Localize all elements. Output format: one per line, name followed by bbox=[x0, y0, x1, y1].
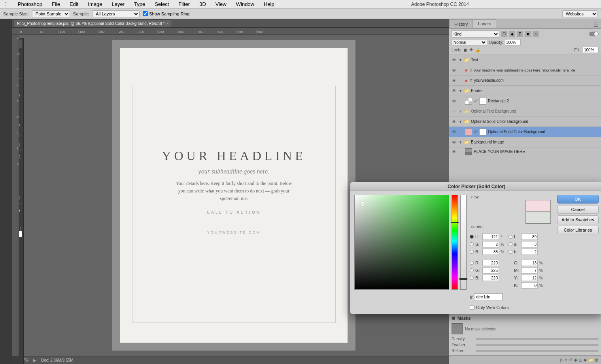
mask-icon[interactable]: ◻ bbox=[579, 358, 582, 362]
layer-solid-bg-group[interactable]: 👁 ▼ 📁 Optional Solid Color Background bbox=[449, 117, 601, 127]
menu-file[interactable]: File bbox=[50, 0, 62, 8]
cancel-button[interactable]: Cancel bbox=[557, 205, 599, 214]
radio-b3[interactable] bbox=[508, 250, 512, 254]
radio-r[interactable] bbox=[470, 261, 474, 265]
c-input[interactable] bbox=[521, 260, 538, 266]
b-input[interactable] bbox=[482, 249, 499, 255]
b3-input[interactable] bbox=[521, 249, 538, 255]
eye-icon[interactable]: 👁 bbox=[451, 88, 457, 94]
radio-l[interactable] bbox=[508, 235, 512, 239]
menu-view[interactable]: View bbox=[214, 0, 228, 8]
g-input[interactable] bbox=[482, 267, 499, 273]
workspace-select[interactable]: Websites bbox=[562, 10, 598, 17]
color-libraries-button[interactable]: Color Libraries bbox=[557, 226, 599, 234]
density-slider[interactable] bbox=[476, 338, 599, 340]
ok-button[interactable]: OK bbox=[557, 195, 599, 204]
refine-slider[interactable] bbox=[476, 350, 599, 352]
new-layer-icon[interactable]: ▷ bbox=[560, 358, 563, 362]
eye-icon[interactable]: 👁 bbox=[451, 67, 457, 74]
m-input[interactable] bbox=[521, 267, 538, 273]
radio-a[interactable] bbox=[508, 242, 512, 246]
h-input[interactable] bbox=[482, 234, 499, 240]
layer-border-group[interactable]: 👁 ▼ 📁 Border bbox=[449, 86, 601, 96]
group-icon[interactable]: 📁 bbox=[588, 358, 593, 362]
eye-icon[interactable]: 👁 bbox=[451, 77, 457, 84]
document-tab[interactable]: RTS_PhotoshopTemplate.psd @ 66.7% (Optio… bbox=[13, 19, 172, 27]
menu-photoshop[interactable]: Photoshop bbox=[16, 0, 44, 8]
l-input[interactable] bbox=[521, 234, 538, 240]
adjustment-icon[interactable]: ◆ bbox=[584, 358, 587, 362]
layer-bg-image-group[interactable]: 👁 ▼ 📁 Background Image bbox=[449, 137, 601, 147]
s-input[interactable] bbox=[482, 241, 499, 247]
sample-layers-select[interactable]: All Layers bbox=[92, 10, 140, 17]
radio-b2[interactable] bbox=[470, 276, 474, 280]
radio-s[interactable] bbox=[470, 242, 474, 246]
menu-image[interactable]: Image bbox=[86, 0, 104, 8]
show-ring-checkbox[interactable] bbox=[143, 11, 148, 16]
eye-icon[interactable]: 👁 bbox=[451, 57, 457, 63]
menu-select[interactable]: Select bbox=[153, 0, 170, 8]
r-input[interactable] bbox=[482, 260, 499, 266]
tab-close[interactable]: × bbox=[166, 21, 169, 26]
layer-solid-bg-fill[interactable]: 👁 ☍ Optional Solid Color Background bbox=[449, 127, 601, 137]
filter-toggle[interactable] bbox=[589, 32, 599, 36]
eye-icon[interactable]: 👁 bbox=[451, 149, 457, 155]
menu-window[interactable]: Window bbox=[234, 0, 256, 8]
eye-icon[interactable]: 👁 bbox=[451, 108, 457, 115]
layer-style-icon[interactable]: ◆ bbox=[574, 358, 577, 362]
opacity-input[interactable] bbox=[505, 39, 521, 45]
layer-text-1[interactable]: 👁 ■ T your headline your subheadline goe… bbox=[449, 65, 601, 75]
menu-layer[interactable]: Layer bbox=[110, 0, 126, 8]
field-m: M: % bbox=[508, 267, 544, 273]
layers-tab[interactable]: Layers bbox=[473, 19, 496, 28]
eye-icon[interactable]: 👁 bbox=[451, 119, 457, 125]
hex-input[interactable] bbox=[474, 293, 503, 300]
color-gradient-picker[interactable] bbox=[354, 195, 449, 290]
layer-name: Optional Text Background bbox=[471, 109, 599, 113]
feather-slider[interactable] bbox=[476, 344, 599, 346]
alpha-bar[interactable] bbox=[460, 195, 467, 290]
filter-icon-text[interactable]: T bbox=[517, 31, 523, 37]
layer-rectangle2[interactable]: 👁 ☍ Rectangle 2 bbox=[449, 96, 601, 106]
blend-mode-select[interactable]: Normal bbox=[452, 39, 487, 45]
k-input[interactable] bbox=[521, 282, 538, 289]
lock-pixels-icon[interactable]: ◼ bbox=[463, 47, 467, 53]
filter-kind-select[interactable]: Kind bbox=[452, 30, 499, 38]
eye-icon[interactable]: 👁 bbox=[451, 98, 457, 104]
y-input[interactable] bbox=[521, 275, 538, 281]
trash-icon[interactable]: 🗑 bbox=[595, 358, 599, 362]
radio-b[interactable] bbox=[470, 250, 474, 254]
layer-place-image[interactable]: 👁 PLACE YOUR IMAGE HERE bbox=[449, 147, 601, 156]
lock-all-icon[interactable]: 🔒 bbox=[475, 47, 481, 53]
web-colors-checkbox[interactable] bbox=[470, 305, 474, 310]
add-swatches-button[interactable]: Add to Swatches bbox=[557, 215, 599, 224]
panel-options-icon[interactable]: ☰ bbox=[591, 22, 601, 28]
fill-input[interactable] bbox=[583, 47, 599, 53]
eye-icon[interactable]: 👁 bbox=[451, 129, 457, 135]
menu-help[interactable]: Help bbox=[262, 0, 276, 8]
radio-g[interactable] bbox=[470, 268, 474, 272]
apple-menu[interactable]:  bbox=[3, 0, 8, 8]
delete-layer-icon[interactable]: ▿ bbox=[565, 358, 567, 362]
a-input[interactable] bbox=[521, 241, 538, 247]
radio-h[interactable] bbox=[470, 235, 474, 239]
eye-icon[interactable]: 👁 bbox=[451, 139, 457, 145]
layer-text-group[interactable]: 👁 ▼ 📁 Text bbox=[449, 55, 601, 65]
lock-move-icon[interactable]: ✚ bbox=[469, 47, 473, 53]
menu-type[interactable]: Type bbox=[132, 0, 147, 8]
filter-icon-shape[interactable]: ■ bbox=[525, 31, 531, 37]
history-tab[interactable]: History bbox=[449, 19, 473, 28]
menu-3d[interactable]: 3D bbox=[198, 0, 208, 8]
hue-spectrum-bar[interactable] bbox=[452, 195, 458, 290]
menu-edit[interactable]: Edit bbox=[68, 0, 80, 8]
layer-optional-text-bg[interactable]: 👁 ▼ 📁 Optional Text Background bbox=[449, 106, 601, 117]
filter-icon-pixel[interactable]: ☐ bbox=[501, 31, 507, 37]
filter-icon-adjust[interactable]: ◆ bbox=[509, 31, 515, 37]
sample-size-select[interactable]: Point Sample bbox=[32, 10, 70, 17]
link-layers-icon[interactable]: ☍ bbox=[569, 358, 573, 362]
menu-filter[interactable]: Filter bbox=[177, 0, 191, 8]
layer-website[interactable]: 👁 ■ T yourwebsite.com bbox=[449, 75, 601, 86]
show-ring-option[interactable]: Show Sampling Ring bbox=[143, 11, 189, 16]
filter-icon-smart[interactable]: ○ bbox=[533, 31, 539, 37]
b2-input[interactable] bbox=[482, 275, 499, 281]
